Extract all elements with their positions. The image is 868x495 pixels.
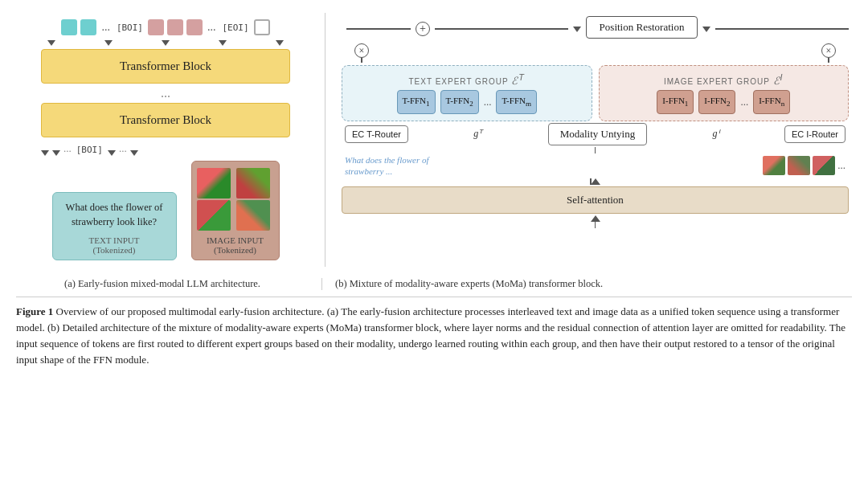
router-row: EC T-Router gᵀ Modality Untying gᴵ EC I-…	[342, 123, 849, 145]
caption-right: (b) Mixture of modality-aware experts (M…	[322, 278, 852, 290]
text-input-label: TEXT INPUT (Tokenized)	[61, 235, 168, 255]
i-ffn-2: I-FFN2	[698, 90, 735, 113]
arrow-mid-4	[130, 150, 138, 156]
text-preview: What does the flower of strawberry ...	[345, 154, 441, 178]
image-grid	[197, 168, 274, 231]
vline-otimes-left	[361, 58, 362, 63]
hline-left-to-oplus	[346, 28, 411, 30]
image-input-box: IMAGE INPUT (Tokenized)	[191, 161, 280, 260]
hline-pos-right	[715, 28, 849, 30]
text-expert-label: TEXT EXPERT GROUP ℰT	[350, 72, 583, 87]
arrow-up-modality	[342, 147, 849, 153]
expert-groups-row: TEXT EXPERT GROUP ℰT T-FFN1 T-FFN2 ... T…	[342, 65, 849, 121]
outline-token-1	[254, 19, 270, 35]
arrow-down-5	[276, 40, 284, 46]
arrow-up-selfattn	[342, 178, 849, 185]
images-dots: ...	[837, 159, 845, 172]
image-input-label: IMAGE INPUT (Tokenized)	[197, 235, 274, 255]
text-ffn-row: T-FFN1 T-FFN2 ... T-FFNm	[350, 90, 583, 113]
ffn-dots-i: ...	[740, 96, 748, 108]
modality-images: ...	[763, 156, 845, 175]
left-diagram: ... [BOI] ... [EOI]	[16, 13, 321, 267]
dots-2: ...	[207, 21, 216, 34]
modality-content-row: What does the flower of strawberry ... .…	[342, 154, 849, 178]
top-oplus-row: + Position Restoration	[342, 16, 849, 42]
block-dots-1: ...	[161, 87, 170, 100]
arrow-up-input-head	[591, 215, 600, 222]
t-ffn-1: T-FFN1	[397, 90, 436, 113]
arrow-mid-2	[52, 150, 60, 156]
pink-token-1	[148, 19, 164, 35]
image-cell-4	[236, 200, 270, 231]
oplus-symbol: +	[416, 22, 430, 36]
right-diagram-container: + Position Restoration	[342, 16, 849, 228]
image-ffn-row: I-FFN1 I-FFN2 ... I-FFNn	[608, 90, 841, 113]
diagrams-row: ... [BOI] ... [EOI]	[16, 13, 852, 267]
arrow-col-1	[47, 40, 55, 46]
vline-input	[595, 222, 596, 228]
dots-mid-2: ...	[119, 142, 127, 156]
transformer-block-second: Transformer Block	[41, 103, 290, 137]
i-ffn-1: I-FFN1	[657, 90, 694, 113]
figure-body: Overview of our proposed multimodal earl…	[16, 305, 845, 366]
dots-mid: ...	[63, 142, 72, 156]
arrow-to-pos	[573, 27, 581, 32]
text-input-box: What does the flower of strawberry look …	[52, 192, 177, 260]
text-expert-script: ℰT	[511, 75, 525, 87]
main-container: ... [BOI] ... [EOI]	[16, 13, 852, 369]
arrow-down-4	[219, 40, 227, 46]
arrow-down-3	[162, 40, 170, 46]
top-token-row: ... [BOI] ... [EOI]	[61, 19, 269, 35]
image-cell-1	[197, 168, 231, 198]
vline-above-modality	[595, 147, 596, 153]
g-t-label: gᵀ	[470, 128, 485, 140]
otimes-right: ×	[821, 43, 836, 58]
self-attention-row: Self-attention	[342, 186, 849, 214]
transformer-block-top: Transformer Block	[41, 49, 290, 84]
boi-mid-label: [BOI]	[75, 145, 104, 156]
hline-oplus-right	[435, 28, 568, 30]
input-boxes-row: What does the flower of strawberry look …	[52, 161, 280, 260]
arrow-col-5	[276, 40, 284, 46]
divider	[325, 13, 326, 267]
image-cell-3	[197, 200, 231, 231]
text-question: What does the flower of strawberry look …	[61, 201, 168, 229]
dots-1: ...	[101, 21, 110, 34]
arrow-down-1	[47, 40, 55, 46]
figure-label: Figure 1	[16, 305, 53, 317]
arrow-col-3	[162, 40, 170, 46]
position-restoration-box: Position Restoration	[586, 16, 698, 39]
t-ffn-m: T-FFNm	[496, 90, 537, 113]
image-expert-label: IMAGE EXPERT GROUP ℰI	[608, 72, 841, 87]
arrow-down-2	[104, 40, 113, 46]
arrow-col-2	[104, 40, 113, 46]
modality-untying-box: Modality Untying	[548, 123, 648, 145]
ec-t-router-box: EC T-Router	[345, 125, 408, 143]
arrow-from-pos	[702, 27, 710, 32]
image-cell-2	[236, 168, 270, 198]
mini-img-2	[788, 156, 810, 175]
arrow-mid-1	[41, 150, 49, 156]
caption-left: (a) Early-fusion mixed-modal LLM archite…	[16, 278, 321, 290]
mini-img-1	[763, 156, 785, 175]
pink-token-2	[167, 19, 183, 35]
image-expert-script: ℰI	[773, 75, 784, 87]
t-ffn-2: T-FFN2	[440, 90, 479, 113]
pink-token-3	[186, 19, 203, 35]
arrow-up-input	[342, 215, 849, 228]
arrow-up-selfattn-head	[591, 178, 600, 185]
arrow-col-4	[219, 40, 227, 46]
text-expert-group: TEXT EXPERT GROUP ℰT T-FFN1 T-FFN2 ... T…	[342, 65, 592, 121]
eoi-label: [EOI]	[221, 22, 251, 33]
otimes-row: × ×	[342, 43, 849, 63]
captions-row: (a) Early-fusion mixed-modal LLM archite…	[16, 278, 852, 290]
self-attention-box: Self-attention	[342, 186, 849, 214]
teal-token-2	[80, 19, 96, 35]
otimes-left: ×	[354, 43, 369, 58]
teal-token-1	[61, 19, 77, 35]
image-expert-group: IMAGE EXPERT GROUP ℰI I-FFN1 I-FFN2 ... …	[599, 65, 850, 121]
ffn-dots-t: ...	[484, 96, 492, 108]
figure-description: Figure 1 Overview of our proposed multim…	[16, 297, 852, 369]
arrow-mid-3	[108, 150, 116, 156]
g-i-label: gᴵ	[710, 128, 723, 140]
